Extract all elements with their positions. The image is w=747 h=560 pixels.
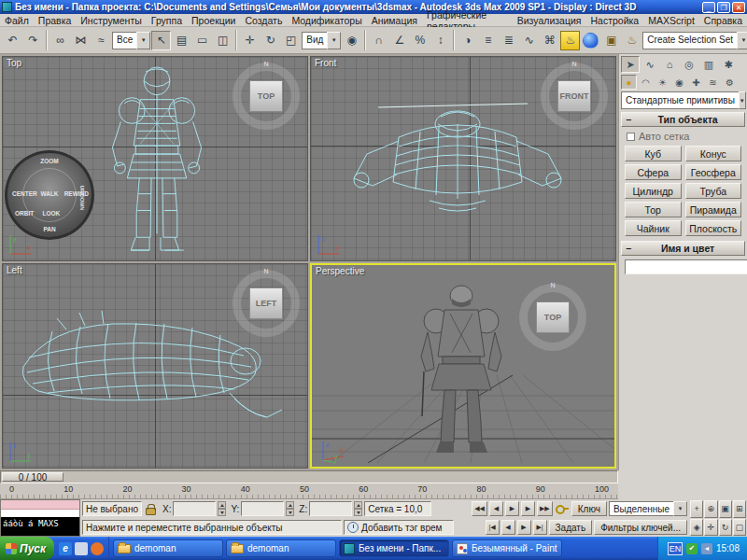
- play-button[interactable]: ▶: [505, 501, 519, 516]
- orbit-icon[interactable]: ↻: [719, 519, 732, 537]
- wheel-orbit[interactable]: ORBIT: [15, 210, 34, 217]
- frame-prev-button[interactable]: ◀: [501, 520, 515, 535]
- menu-file[interactable]: Файл: [0, 15, 34, 26]
- key-selection-dropdown[interactable]: Выделенные ▼: [609, 501, 687, 516]
- auto-key-button[interactable]: Ключ: [571, 501, 607, 516]
- taskbar-window-3dsmax[interactable]: Без имени - Папк...: [339, 539, 449, 557]
- render-setup-icon[interactable]: ♨: [560, 31, 580, 50]
- select-by-name-icon[interactable]: ▤: [172, 31, 191, 50]
- tab-display[interactable]: ▥: [699, 56, 718, 73]
- add-time-tag[interactable]: Добавить тэг врем: [344, 520, 454, 535]
- set-key-button[interactable]: Задать: [549, 520, 593, 535]
- chevron-down-icon[interactable]: ▼: [673, 501, 687, 516]
- category-geometry-icon[interactable]: ●: [621, 75, 637, 90]
- listener-text[interactable]: ááòù á MAXS: [1, 517, 79, 536]
- wheel-walk[interactable]: WALK: [40, 190, 58, 197]
- zoom-icon[interactable]: +: [690, 500, 703, 518]
- pan-icon[interactable]: ✛: [704, 519, 717, 537]
- move-icon[interactable]: ✛: [240, 31, 260, 50]
- taskbar-window-demoman-2[interactable]: demoman: [226, 539, 336, 557]
- viewcube-face-label[interactable]: TOP: [536, 301, 570, 333]
- scale-icon[interactable]: ◰: [281, 31, 301, 50]
- internet-explorer-icon[interactable]: e: [59, 542, 72, 555]
- field-of-view-icon[interactable]: ◈: [690, 519, 703, 537]
- viewport-label[interactable]: Perspective: [316, 266, 364, 276]
- show-desktop-icon[interactable]: [75, 542, 88, 555]
- cone-button[interactable]: Конус: [685, 146, 742, 161]
- maximize-viewport-icon[interactable]: ▢: [733, 519, 746, 537]
- material-editor-icon[interactable]: [583, 33, 599, 49]
- menu-rendering[interactable]: Визуализация: [513, 15, 586, 26]
- volume-tray-icon[interactable]: ◂: [701, 543, 712, 554]
- z-coordinate-field[interactable]: [309, 501, 352, 516]
- chevron-down-icon[interactable]: ▼: [737, 32, 747, 49]
- tab-modify[interactable]: ∿: [641, 56, 659, 73]
- wheel-updown[interactable]: UP/DOWN: [80, 186, 86, 211]
- next-frame-button[interactable]: ▶: [521, 501, 535, 516]
- snap-toggle-icon[interactable]: ∩: [369, 31, 388, 50]
- menu-views[interactable]: Проекции: [187, 15, 240, 26]
- viewcube[interactable]: N TOP: [233, 63, 300, 130]
- object-category-dropdown[interactable]: Стандартные примитивы ▼: [621, 91, 744, 109]
- cylinder-button[interactable]: Цилиндр: [625, 183, 682, 199]
- chevron-down-icon[interactable]: ▼: [739, 91, 746, 109]
- selection-filter-dropdown[interactable]: Все ▼: [112, 32, 150, 49]
- align-icon[interactable]: ≡: [478, 31, 498, 50]
- plane-button[interactable]: Плоскость: [685, 220, 742, 236]
- viewcube[interactable]: N FRONT: [541, 63, 608, 130]
- viewport-label[interactable]: Front: [315, 58, 336, 68]
- tab-create[interactable]: ➤: [621, 56, 640, 73]
- named-selection-sets-dropdown[interactable]: Create Selection Set ▼: [642, 32, 747, 49]
- undo-icon[interactable]: ↶: [3, 31, 22, 50]
- tab-hierarchy[interactable]: ⌂: [660, 56, 679, 73]
- tube-button[interactable]: Труба: [685, 183, 742, 199]
- category-cameras-icon[interactable]: ◉: [671, 75, 687, 90]
- mirror-icon[interactable]: ◑: [458, 31, 477, 50]
- region-select-icon[interactable]: ▭: [192, 31, 212, 50]
- teapot-button[interactable]: Чайник: [625, 220, 682, 236]
- menu-modifiers[interactable]: Модификаторы: [287, 15, 366, 26]
- schematic-view-icon[interactable]: ⌘: [540, 31, 559, 50]
- menu-create[interactable]: Создать: [240, 15, 287, 26]
- rollout-name-color[interactable]: − Имя и цвет: [621, 241, 745, 256]
- x-spinner[interactable]: [218, 501, 226, 516]
- close-button[interactable]: ✕: [732, 2, 745, 13]
- geosphere-button[interactable]: Геосфера: [685, 164, 742, 180]
- taskbar-window-demoman-1[interactable]: demoman: [113, 539, 223, 557]
- frame-next-button[interactable]: ▶: [517, 520, 531, 535]
- category-lights-icon[interactable]: ☀: [655, 75, 670, 90]
- rendered-frame-icon[interactable]: ▣: [601, 31, 621, 50]
- viewport-perspective[interactable]: Perspective N TOP xzy: [310, 263, 616, 469]
- viewport-left[interactable]: Left N LEFT yz: [2, 263, 308, 469]
- minimize-button[interactable]: _: [702, 2, 715, 13]
- maximize-button[interactable]: ❐: [717, 2, 730, 13]
- window-crossing-icon[interactable]: ◫: [213, 31, 233, 50]
- bind-to-spacewarp-icon[interactable]: ≈: [92, 31, 111, 50]
- viewcube-face-label[interactable]: LEFT: [249, 287, 283, 319]
- viewport-top[interactable]: Top N TOP ZOOM: [2, 56, 308, 261]
- menu-tools[interactable]: Инструменты: [76, 15, 146, 26]
- previous-frame-button[interactable]: ◀: [489, 501, 503, 516]
- unlink-icon[interactable]: ⋈: [71, 31, 91, 50]
- collapse-icon[interactable]: −: [626, 114, 631, 125]
- spinner-snap-icon[interactable]: ↕: [430, 31, 450, 50]
- media-player-icon[interactable]: [91, 542, 104, 555]
- wheel-center[interactable]: CENTER: [12, 190, 37, 197]
- start-button[interactable]: Пуск: [0, 537, 54, 560]
- viewcube[interactable]: N TOP: [519, 284, 586, 351]
- autogrid-checkbox[interactable]: [627, 133, 635, 141]
- category-systems-icon[interactable]: ⚙: [722, 75, 738, 90]
- taskbar-clock[interactable]: 15:08: [716, 543, 740, 553]
- menu-help[interactable]: Справка: [699, 15, 747, 26]
- viewport-label[interactable]: Left: [7, 265, 22, 275]
- viewcube-face-label[interactable]: FRONT: [557, 80, 591, 112]
- menu-maxscript[interactable]: MAXScript: [643, 15, 699, 26]
- angle-snap-icon[interactable]: ∠: [389, 31, 409, 50]
- quick-render-icon[interactable]: ♨: [622, 31, 641, 50]
- percent-snap-icon[interactable]: %: [410, 31, 430, 50]
- redo-icon[interactable]: ↷: [23, 31, 43, 50]
- torus-button[interactable]: Тор: [625, 202, 682, 217]
- category-spacewarps-icon[interactable]: ≋: [705, 75, 721, 90]
- menu-customize[interactable]: Настройка: [586, 15, 644, 26]
- menu-animation[interactable]: Анимация: [367, 15, 422, 26]
